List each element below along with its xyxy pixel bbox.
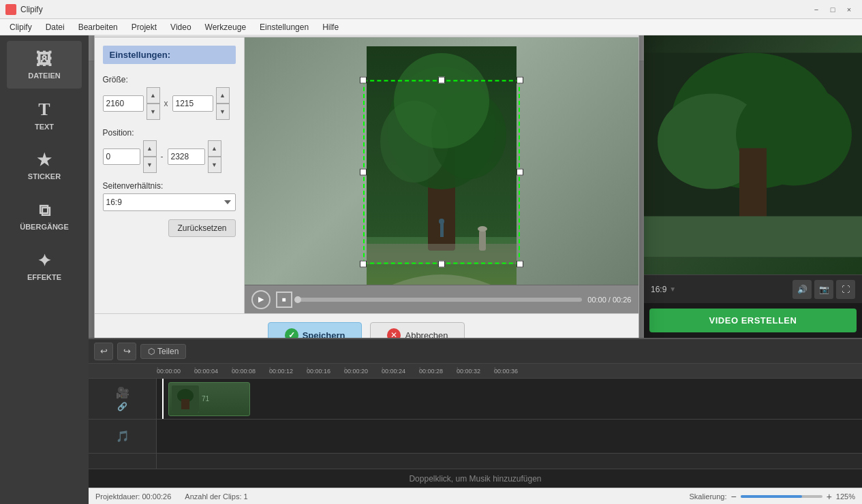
pos-y-input[interactable]: [168, 148, 205, 165]
pos-y-down[interactable]: ▼: [208, 157, 221, 173]
dialog-progress-bar[interactable]: [298, 298, 583, 302]
menu-bearbeiten[interactable]: Bearbeiten: [72, 21, 125, 33]
dialog-body: Einstellungen: Größe: ▲ ▼: [95, 37, 638, 313]
preview-tree-svg: [644, 35, 862, 274]
ratio-group: Seitenverhältnis: 16:9 4:3 1:1 9:16 Frei: [103, 181, 236, 211]
scale-control: Skalierung: − + 125%: [689, 491, 855, 502]
scale-minus-button[interactable]: −: [730, 491, 736, 502]
sidebar-label-dateien: DATEIEN: [28, 72, 60, 80]
pos-y-spinner[interactable]: ▲ ▼: [208, 140, 221, 173]
position-inputs: ▲ ▼ - ▲ ▼: [103, 140, 236, 173]
crop-handle-tl[interactable]: [360, 76, 367, 83]
crop-handle-ml[interactable]: [360, 168, 367, 175]
menu-einstellungen[interactable]: Einstellungen: [253, 21, 315, 33]
reset-button[interactable]: Zurücksetzen: [168, 219, 235, 237]
app-title: Clipify: [20, 5, 809, 14]
files-icon: 🖼: [36, 50, 52, 69]
redo-button[interactable]: ↪: [117, 343, 136, 360]
scale-plus-button[interactable]: +: [827, 491, 832, 502]
text-icon: T: [38, 99, 50, 120]
sidebar: 🖼 DATEIEN T TEXT ★ STICKER ⧉ ÜBERGÄNGE ✦…: [0, 35, 89, 504]
camera-button[interactable]: 📷: [814, 280, 833, 299]
crop-overlay: [363, 80, 520, 264]
crop-handle-tr[interactable]: [517, 76, 523, 83]
crop-handle-bc[interactable]: [438, 260, 445, 267]
pos-x-spinner[interactable]: ▲ ▼: [143, 140, 157, 173]
share-label: Teilen: [157, 347, 179, 356]
share-button[interactable]: ⬡ Teilen: [140, 344, 186, 359]
clip-thumb-svg: [172, 385, 199, 413]
preview-panel: 16:9 ▼ 🔊 📷 ⛶ VIDEO ERSTELLEN: [644, 35, 862, 338]
sidebar-item-dateien[interactable]: 🖼 DATEIEN: [7, 41, 82, 89]
position-group: Position: ▲ ▼ -: [103, 128, 236, 173]
sidebar-label-uebergaenge: ÜBERGÄNGE: [20, 223, 69, 231]
crop-border: [363, 80, 520, 264]
ratio-select[interactable]: 16:9 4:3 1:1 9:16 Frei: [103, 193, 236, 211]
scale-fill: [741, 495, 802, 498]
menu-datei[interactable]: Datei: [39, 21, 72, 33]
scale-slider[interactable]: [741, 495, 822, 498]
dialog-stop-button[interactable]: ■: [276, 292, 292, 308]
cancel-button[interactable]: ✕ Abbrechen: [370, 322, 465, 338]
sidebar-label-sticker: STICKER: [28, 172, 61, 180]
audio-track: [157, 420, 862, 454]
svg-rect-17: [644, 217, 862, 257]
timeline-ruler: 00:00:00 00:00:04 00:00:08 00:00:12 00:0…: [89, 364, 862, 379]
menu-werkzeuge[interactable]: Werkzeuge: [198, 21, 253, 33]
pos-x-down[interactable]: ▼: [143, 157, 157, 173]
center-right-area: 🖼 Dateien 🎬 Filmmaterial 🎵 Sounds 🎤 Soun…: [89, 35, 862, 504]
pos-x-input[interactable]: [103, 148, 140, 165]
size-width-input[interactable]: [103, 95, 144, 112]
size-height-spinner[interactable]: ▲ ▼: [216, 87, 230, 120]
dialog-play-button[interactable]: ▶: [251, 290, 271, 309]
dialog-playback-bar: ▶ ■ 00:00 / 00:26: [245, 285, 638, 313]
menu-projekt[interactable]: Projekt: [125, 21, 164, 33]
create-video-button[interactable]: VIDEO ERSTELLEN: [649, 309, 857, 332]
main-layout: 🖼 DATEIEN T TEXT ★ STICKER ⧉ ÜBERGÄNGE ✦…: [0, 35, 862, 504]
ratio-select-row: 16:9 4:3 1:1 9:16 Frei: [103, 193, 236, 211]
pos-x-up[interactable]: ▲: [143, 140, 157, 157]
music-hint-bar: Doppelklick, um Musik hinzuzufügen: [89, 469, 862, 488]
size-height-input[interactable]: [172, 95, 213, 112]
ruler-16: 00:00:16: [307, 368, 344, 375]
crop-handle-tc[interactable]: [438, 76, 445, 83]
sidebar-item-effekte[interactable]: ✦ EFFEKTE: [7, 242, 82, 290]
pos-separator: -: [159, 152, 165, 161]
minimize-button[interactable]: −: [809, 2, 824, 17]
size-width-up[interactable]: ▲: [147, 87, 160, 104]
ratio-dropdown-arrow: ▼: [669, 285, 676, 293]
sidebar-item-sticker[interactable]: ★ STICKER: [7, 142, 82, 189]
ruler-marks: 00:00:00 00:00:04 00:00:08 00:00:12 00:0…: [157, 368, 532, 375]
menu-hilfe[interactable]: Hilfe: [315, 21, 345, 33]
effects-icon: ✦: [37, 251, 51, 270]
dialog-time-display: 00:00 / 00:26: [587, 296, 631, 304]
pos-y-up[interactable]: ▲: [208, 140, 221, 157]
crop-handle-br[interactable]: [517, 260, 523, 267]
ruler-20: 00:00:20: [344, 368, 382, 375]
maximize-button[interactable]: □: [825, 2, 840, 17]
video-preview-background: [245, 37, 638, 313]
size-width-spinner[interactable]: ▲ ▼: [147, 87, 160, 120]
scale-label: Skalierung:: [689, 492, 726, 501]
menu-clipify[interactable]: Clipify: [3, 21, 39, 33]
video-clip[interactable]: 71: [168, 382, 250, 416]
sidebar-item-text[interactable]: T TEXT: [7, 91, 82, 139]
close-button[interactable]: ×: [842, 2, 857, 17]
undo-button[interactable]: ↩: [94, 343, 113, 360]
ruler-8: 00:00:08: [232, 368, 269, 375]
size-height-up[interactable]: ▲: [216, 87, 230, 104]
track-labels: 🎥 🔗 🎵: [89, 379, 157, 469]
save-button[interactable]: ✓ Speichern: [268, 322, 363, 338]
size-height-down[interactable]: ▼: [216, 104, 230, 120]
volume-button[interactable]: 🔊: [792, 280, 812, 299]
share-icon: ⬡: [148, 347, 155, 356]
fullscreen-button[interactable]: ⛶: [836, 280, 855, 299]
crop-handle-bl[interactable]: [360, 260, 367, 267]
size-width-down[interactable]: ▼: [147, 104, 160, 120]
sidebar-item-uebergaenge[interactable]: ⧉ ÜBERGÄNGE: [7, 192, 82, 240]
crop-handle-mr[interactable]: [517, 168, 523, 175]
ratio-label-display: 16:9: [651, 285, 666, 294]
save-icon: ✓: [285, 328, 298, 338]
size-inputs: ▲ ▼ x ▲ ▼: [103, 87, 236, 120]
menu-video[interactable]: Video: [164, 21, 198, 33]
